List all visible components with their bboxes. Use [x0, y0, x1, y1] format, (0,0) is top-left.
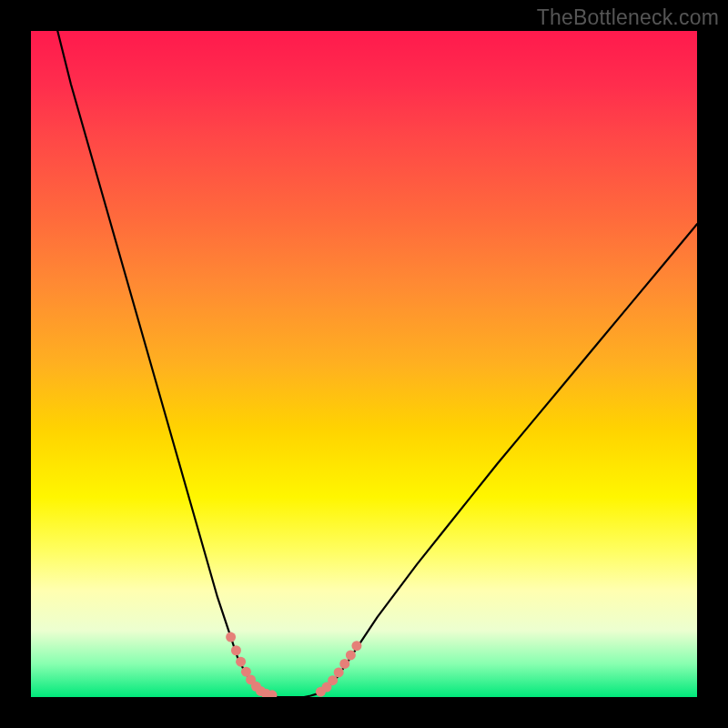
data-marker	[226, 632, 236, 642]
data-marker	[328, 675, 338, 685]
data-marker	[231, 645, 241, 655]
data-marker	[236, 657, 246, 667]
plot-area	[31, 31, 697, 697]
watermark-text: TheBottleneck.com	[537, 5, 719, 30]
data-marker	[339, 659, 349, 669]
data-marker	[334, 667, 344, 677]
chart-svg	[31, 31, 697, 697]
chart-frame: TheBottleneck.com	[0, 0, 728, 728]
curve-segment	[57, 31, 264, 693]
data-marker	[346, 650, 356, 660]
curve-segment	[324, 224, 697, 690]
data-marker	[351, 641, 361, 651]
